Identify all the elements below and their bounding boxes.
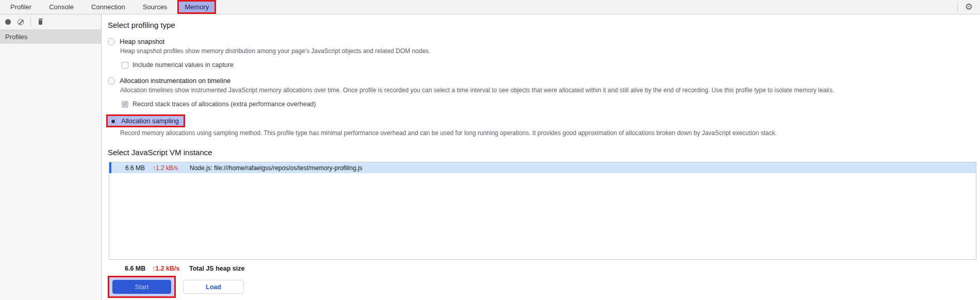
option-description: Allocation timelines show instrumented J… [120,87,976,94]
checkbox-label: Record stack traces of allocations (extr… [132,101,316,108]
start-button-highlight: Start [108,276,176,298]
total-heap-size: 6.6 MB [125,265,152,272]
option-label: Allocation instrumentation on timeline [120,77,230,85]
total-heap-label: Total JS heap size [189,265,244,272]
option-allocation-sampling[interactable]: Allocation sampling [106,114,185,127]
checkbox-record-stack-traces[interactable]: Record stack traces of allocations (extr… [122,101,976,108]
option-description: Record memory allocations using sampling… [120,129,976,137]
tab-bar: Profiler Console Connection Sources Memo… [0,0,980,14]
sidebar: Profiles [0,14,102,300]
option-label: Allocation sampling [121,117,179,125]
profiling-type-heading: Select profiling type [108,21,976,29]
vm-instance-name: Node.js: file:///home/rafaelgss/repos/os… [190,164,362,172]
option-heap-snapshot[interactable]: Heap snapshot [108,38,976,45]
vm-instance-heading: Select JavaScript VM instance [108,148,976,157]
total-alloc-rate: ↑1.2 kB/s [152,265,189,272]
divider [957,3,958,12]
tab-memory[interactable]: Memory [177,0,216,14]
tabbar-right: ⚙ [957,0,980,14]
clear-icon[interactable] [18,19,24,25]
checkbox-include-numerical-values[interactable]: Include numerical values in capture [122,61,976,69]
vm-instance-list: 6.6 MB ↑1.2 kB/s Node.js: file:///home/r… [109,162,976,260]
tab-console[interactable]: Console [42,0,81,14]
option-description: Heap snapshot profiles show memory distr… [120,47,976,55]
tab-sources[interactable]: Sources [136,0,175,14]
total-heap-row: 6.6 MB ↑1.2 kB/s Total JS heap size [125,265,976,272]
checkbox-icon[interactable] [122,62,128,69]
sidebar-item-profiles[interactable]: Profiles [0,30,101,44]
radio-icon[interactable] [108,77,115,85]
record-icon[interactable] [5,19,11,25]
start-button[interactable]: Start [112,280,171,294]
option-allocation-timeline[interactable]: Allocation instrumentation on timeline [108,77,976,85]
option-label: Heap snapshot [120,38,164,45]
vm-heap-size: 6.6 MB [125,164,153,172]
radio-icon[interactable] [108,38,115,45]
actions-row: Start Load [108,276,976,298]
tab-connection[interactable]: Connection [84,0,132,14]
tab-profiler[interactable]: Profiler [3,0,39,14]
load-button[interactable]: Load [183,280,244,294]
main-split: Profiles Select profiling type Heap snap… [0,14,980,300]
vm-alloc-rate: ↑1.2 kB/s [153,164,190,172]
memory-panel-content: Select profiling type Heap snapshot Heap… [102,14,980,300]
gear-icon[interactable]: ⚙ [965,3,973,11]
checkbox-label: Include numerical values in capture [132,61,234,69]
checkbox-icon[interactable] [122,101,128,108]
profiler-toolbar [0,14,101,30]
radio-icon[interactable] [109,118,117,125]
vm-instance-row[interactable]: 6.6 MB ↑1.2 kB/s Node.js: file:///home/r… [109,162,976,173]
trash-icon[interactable] [38,19,43,25]
divider [30,18,31,26]
